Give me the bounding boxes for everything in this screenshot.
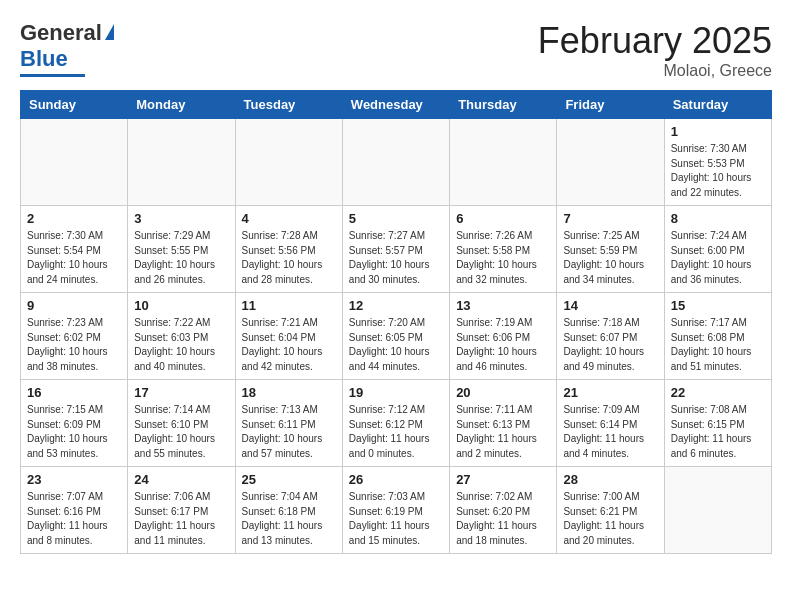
day-info: Sunrise: 7:17 AM Sunset: 6:08 PM Dayligh… <box>671 316 765 374</box>
day-info: Sunrise: 7:27 AM Sunset: 5:57 PM Dayligh… <box>349 229 443 287</box>
day-number: 25 <box>242 472 336 487</box>
calendar-cell <box>342 119 449 206</box>
day-info: Sunrise: 7:08 AM Sunset: 6:15 PM Dayligh… <box>671 403 765 461</box>
day-number: 19 <box>349 385 443 400</box>
day-number: 10 <box>134 298 228 313</box>
day-number: 5 <box>349 211 443 226</box>
day-info: Sunrise: 7:28 AM Sunset: 5:56 PM Dayligh… <box>242 229 336 287</box>
day-number: 6 <box>456 211 550 226</box>
day-number: 18 <box>242 385 336 400</box>
calendar-week-row: 2Sunrise: 7:30 AM Sunset: 5:54 PM Daylig… <box>21 206 772 293</box>
day-number: 7 <box>563 211 657 226</box>
day-info: Sunrise: 7:23 AM Sunset: 6:02 PM Dayligh… <box>27 316 121 374</box>
day-info: Sunrise: 7:15 AM Sunset: 6:09 PM Dayligh… <box>27 403 121 461</box>
calendar-cell: 22Sunrise: 7:08 AM Sunset: 6:15 PM Dayli… <box>664 380 771 467</box>
day-number: 4 <box>242 211 336 226</box>
calendar-cell <box>557 119 664 206</box>
day-info: Sunrise: 7:30 AM Sunset: 5:54 PM Dayligh… <box>27 229 121 287</box>
calendar-cell: 11Sunrise: 7:21 AM Sunset: 6:04 PM Dayli… <box>235 293 342 380</box>
page-header: General Blue February 2025 Molaoi, Greec… <box>20 20 772 80</box>
calendar-header-row: Sunday Monday Tuesday Wednesday Thursday… <box>21 91 772 119</box>
day-number: 3 <box>134 211 228 226</box>
col-tuesday: Tuesday <box>235 91 342 119</box>
day-number: 14 <box>563 298 657 313</box>
calendar-cell: 20Sunrise: 7:11 AM Sunset: 6:13 PM Dayli… <box>450 380 557 467</box>
day-info: Sunrise: 7:06 AM Sunset: 6:17 PM Dayligh… <box>134 490 228 548</box>
col-wednesday: Wednesday <box>342 91 449 119</box>
col-thursday: Thursday <box>450 91 557 119</box>
day-number: 15 <box>671 298 765 313</box>
day-info: Sunrise: 7:20 AM Sunset: 6:05 PM Dayligh… <box>349 316 443 374</box>
calendar-cell: 3Sunrise: 7:29 AM Sunset: 5:55 PM Daylig… <box>128 206 235 293</box>
day-info: Sunrise: 7:25 AM Sunset: 5:59 PM Dayligh… <box>563 229 657 287</box>
page-subtitle: Molaoi, Greece <box>538 62 772 80</box>
col-sunday: Sunday <box>21 91 128 119</box>
calendar-cell: 2Sunrise: 7:30 AM Sunset: 5:54 PM Daylig… <box>21 206 128 293</box>
day-number: 23 <box>27 472 121 487</box>
title-block: February 2025 Molaoi, Greece <box>538 20 772 80</box>
day-number: 2 <box>27 211 121 226</box>
calendar-cell: 7Sunrise: 7:25 AM Sunset: 5:59 PM Daylig… <box>557 206 664 293</box>
col-saturday: Saturday <box>664 91 771 119</box>
day-number: 24 <box>134 472 228 487</box>
day-number: 11 <box>242 298 336 313</box>
day-info: Sunrise: 7:12 AM Sunset: 6:12 PM Dayligh… <box>349 403 443 461</box>
calendar-cell: 1Sunrise: 7:30 AM Sunset: 5:53 PM Daylig… <box>664 119 771 206</box>
day-info: Sunrise: 7:29 AM Sunset: 5:55 PM Dayligh… <box>134 229 228 287</box>
calendar-week-row: 23Sunrise: 7:07 AM Sunset: 6:16 PM Dayli… <box>21 467 772 554</box>
day-number: 28 <box>563 472 657 487</box>
calendar-cell: 26Sunrise: 7:03 AM Sunset: 6:19 PM Dayli… <box>342 467 449 554</box>
day-info: Sunrise: 7:11 AM Sunset: 6:13 PM Dayligh… <box>456 403 550 461</box>
calendar-cell: 19Sunrise: 7:12 AM Sunset: 6:12 PM Dayli… <box>342 380 449 467</box>
calendar-cell: 25Sunrise: 7:04 AM Sunset: 6:18 PM Dayli… <box>235 467 342 554</box>
day-info: Sunrise: 7:26 AM Sunset: 5:58 PM Dayligh… <box>456 229 550 287</box>
day-number: 12 <box>349 298 443 313</box>
day-info: Sunrise: 7:03 AM Sunset: 6:19 PM Dayligh… <box>349 490 443 548</box>
calendar-cell: 8Sunrise: 7:24 AM Sunset: 6:00 PM Daylig… <box>664 206 771 293</box>
day-info: Sunrise: 7:19 AM Sunset: 6:06 PM Dayligh… <box>456 316 550 374</box>
calendar-cell: 18Sunrise: 7:13 AM Sunset: 6:11 PM Dayli… <box>235 380 342 467</box>
calendar-week-row: 1Sunrise: 7:30 AM Sunset: 5:53 PM Daylig… <box>21 119 772 206</box>
calendar-cell <box>128 119 235 206</box>
day-info: Sunrise: 7:22 AM Sunset: 6:03 PM Dayligh… <box>134 316 228 374</box>
calendar-cell: 27Sunrise: 7:02 AM Sunset: 6:20 PM Dayli… <box>450 467 557 554</box>
calendar-cell: 21Sunrise: 7:09 AM Sunset: 6:14 PM Dayli… <box>557 380 664 467</box>
calendar-cell: 23Sunrise: 7:07 AM Sunset: 6:16 PM Dayli… <box>21 467 128 554</box>
calendar-cell: 17Sunrise: 7:14 AM Sunset: 6:10 PM Dayli… <box>128 380 235 467</box>
calendar-cell: 15Sunrise: 7:17 AM Sunset: 6:08 PM Dayli… <box>664 293 771 380</box>
calendar-cell: 13Sunrise: 7:19 AM Sunset: 6:06 PM Dayli… <box>450 293 557 380</box>
day-number: 20 <box>456 385 550 400</box>
calendar-table: Sunday Monday Tuesday Wednesday Thursday… <box>20 90 772 554</box>
day-info: Sunrise: 7:07 AM Sunset: 6:16 PM Dayligh… <box>27 490 121 548</box>
day-info: Sunrise: 7:14 AM Sunset: 6:10 PM Dayligh… <box>134 403 228 461</box>
logo-triangle-icon <box>105 24 114 40</box>
calendar-cell: 4Sunrise: 7:28 AM Sunset: 5:56 PM Daylig… <box>235 206 342 293</box>
logo-text-blue: Blue <box>20 46 68 72</box>
logo: General Blue <box>20 20 114 77</box>
calendar-cell <box>21 119 128 206</box>
day-number: 16 <box>27 385 121 400</box>
calendar-cell: 6Sunrise: 7:26 AM Sunset: 5:58 PM Daylig… <box>450 206 557 293</box>
page-title: February 2025 <box>538 20 772 62</box>
calendar-week-row: 16Sunrise: 7:15 AM Sunset: 6:09 PM Dayli… <box>21 380 772 467</box>
calendar-cell: 24Sunrise: 7:06 AM Sunset: 6:17 PM Dayli… <box>128 467 235 554</box>
calendar-cell: 12Sunrise: 7:20 AM Sunset: 6:05 PM Dayli… <box>342 293 449 380</box>
calendar-cell: 14Sunrise: 7:18 AM Sunset: 6:07 PM Dayli… <box>557 293 664 380</box>
day-info: Sunrise: 7:04 AM Sunset: 6:18 PM Dayligh… <box>242 490 336 548</box>
day-number: 13 <box>456 298 550 313</box>
calendar-cell: 9Sunrise: 7:23 AM Sunset: 6:02 PM Daylig… <box>21 293 128 380</box>
day-info: Sunrise: 7:13 AM Sunset: 6:11 PM Dayligh… <box>242 403 336 461</box>
col-monday: Monday <box>128 91 235 119</box>
day-info: Sunrise: 7:18 AM Sunset: 6:07 PM Dayligh… <box>563 316 657 374</box>
day-number: 26 <box>349 472 443 487</box>
calendar-cell: 10Sunrise: 7:22 AM Sunset: 6:03 PM Dayli… <box>128 293 235 380</box>
day-number: 17 <box>134 385 228 400</box>
day-number: 27 <box>456 472 550 487</box>
col-friday: Friday <box>557 91 664 119</box>
day-number: 1 <box>671 124 765 139</box>
calendar-cell: 16Sunrise: 7:15 AM Sunset: 6:09 PM Dayli… <box>21 380 128 467</box>
calendar-cell: 28Sunrise: 7:00 AM Sunset: 6:21 PM Dayli… <box>557 467 664 554</box>
day-number: 21 <box>563 385 657 400</box>
day-info: Sunrise: 7:21 AM Sunset: 6:04 PM Dayligh… <box>242 316 336 374</box>
calendar-cell <box>450 119 557 206</box>
